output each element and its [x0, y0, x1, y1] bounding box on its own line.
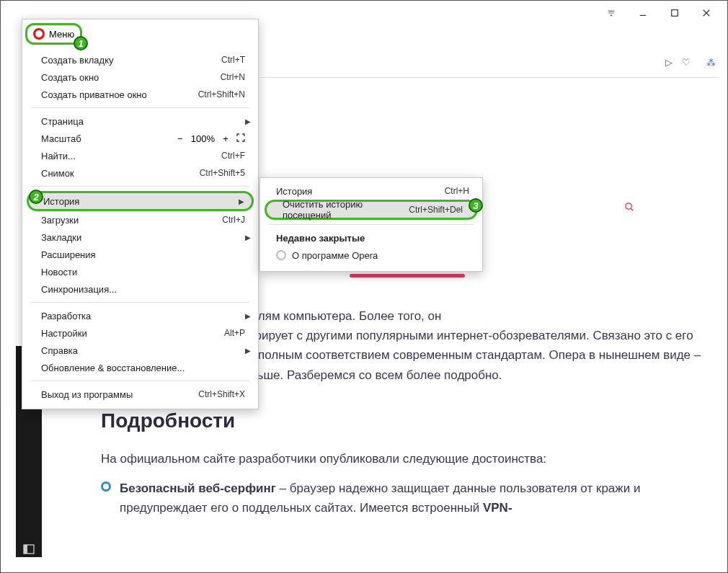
menu-item-update[interactable]: Обновление & восстановление... — [22, 359, 258, 376]
submenu-item-recent: Недавно закрытые — [260, 229, 482, 246]
menu-item-history[interactable]: История▶ — [27, 191, 254, 211]
submenu-item-clear[interactable]: Очистить историю посещенийCtrl+Shift+Del — [265, 200, 478, 220]
page-para-2: На официальном сайте разработчики опубли… — [101, 449, 714, 468]
menu-item-sync[interactable]: Синхронизация... — [22, 280, 258, 298]
svg-rect-0 — [672, 10, 678, 17]
fullscreen-icon[interactable] — [236, 133, 245, 144]
menu-item-news[interactable]: Новости — [22, 263, 258, 280]
history-submenu: ИсторияCtrl+H Очистить историю посещений… — [259, 177, 483, 272]
close-button[interactable] — [691, 1, 722, 25]
bullet-item: Безопасный веб-серфинг – браузер надежно… — [101, 479, 714, 518]
menu-item-developer[interactable]: Разработка▶ — [22, 307, 258, 324]
title-underline — [350, 274, 465, 277]
annotation-badge-2: 2 — [29, 190, 43, 204]
menu-item-new-private[interactable]: Создать приватное окноCtrl+Shift+N — [22, 86, 258, 103]
send-icon[interactable]: ▷ — [660, 57, 678, 68]
zoom-in-button[interactable]: + — [221, 133, 231, 144]
annotation-badge-1: 1 — [74, 36, 88, 50]
maximize-button[interactable] — [659, 1, 691, 25]
chevron-right-icon: ▶ — [245, 117, 251, 125]
submenu-item-history[interactable]: ИсторияCtrl+H — [260, 182, 482, 200]
search-icon[interactable] — [624, 202, 634, 214]
sidebar-toggle-icon[interactable] — [595, 1, 627, 25]
bullet-tail: VPN- — [483, 501, 512, 515]
chevron-right-icon: ▶ — [245, 234, 251, 241]
chevron-right-icon: ▶ — [245, 312, 251, 320]
translate-icon[interactable]: ⁂ — [702, 57, 719, 68]
chevron-right-icon: ▶ — [239, 197, 244, 205]
menu-item-page[interactable]: Страница▶ — [22, 112, 258, 130]
menu-item-help[interactable]: Справка▶ — [22, 342, 258, 359]
menu-item-downloads[interactable]: ЗагрузкиCtrl+J — [22, 211, 258, 228]
menu-item-exit[interactable]: Выход из программыCtrl+Shift+X — [22, 386, 258, 403]
menu-item-extensions[interactable]: Расширения — [22, 246, 258, 263]
menu-item-bookmarks[interactable]: Закладки▶ — [22, 228, 258, 246]
zoom-out-button[interactable]: − — [175, 133, 185, 144]
bullet-dot-icon — [101, 481, 111, 492]
submenu-item-about[interactable]: О программе Opera — [260, 246, 482, 264]
menu-item-new-tab[interactable]: Создать вкладкуCtrl+T — [22, 51, 258, 68]
main-menu: Создать вкладкуCtrl+T Создать окноCtrl+N… — [22, 19, 259, 409]
menu-button-label: Меню — [49, 29, 74, 40]
page-h2: Подробности — [101, 405, 714, 437]
chevron-right-icon: ▶ — [245, 347, 251, 355]
minimize-button[interactable] — [627, 1, 659, 25]
bullet-bold: Безопасный веб-серфинг — [120, 481, 276, 495]
menu-item-snapshot[interactable]: СнимокCtrl+Shift+5 — [22, 164, 258, 182]
annotation-badge-3: 3 — [469, 198, 483, 213]
svg-point-1 — [626, 203, 631, 209]
menu-item-new-window[interactable]: Создать окноCtrl+N — [22, 68, 258, 86]
heart-icon[interactable]: ♡ — [678, 57, 695, 68]
url-bar: ▷ ♡ ⁂ — [259, 52, 719, 78]
menu-item-find[interactable]: Найти...Ctrl+F — [22, 147, 258, 164]
svg-rect-6 — [24, 545, 27, 554]
opera-small-icon — [276, 250, 286, 260]
menu-item-zoom[interactable]: Масштаб − 100% + — [22, 130, 258, 147]
zoom-value: 100% — [191, 133, 215, 144]
menu-item-settings[interactable]: НастройкиAlt+P — [22, 324, 258, 342]
opera-logo-icon — [33, 28, 45, 40]
panel-icon[interactable] — [23, 543, 35, 557]
